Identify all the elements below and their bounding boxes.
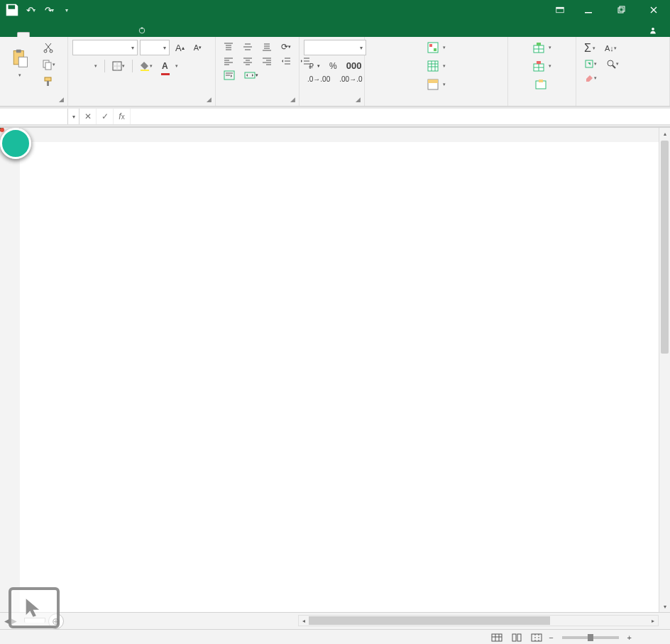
- clipboard-dialog-launcher[interactable]: ◢: [57, 95, 65, 104]
- tab-page-layout[interactable]: [43, 32, 55, 37]
- column-headers[interactable]: [20, 128, 659, 142]
- group-label-styles: [369, 102, 503, 106]
- align-top-icon[interactable]: [220, 40, 237, 54]
- zoom-out-button[interactable]: −: [549, 633, 553, 642]
- close-button[interactable]: [637, 0, 670, 20]
- tab-acrobat[interactable]: [119, 32, 132, 37]
- name-box-dropdown[interactable]: ▾: [68, 109, 79, 124]
- cut-icon[interactable]: [38, 40, 59, 55]
- fill-icon[interactable]: ▾: [581, 57, 600, 71]
- decrease-indent-icon[interactable]: [278, 54, 295, 68]
- svg-rect-15: [45, 77, 51, 81]
- formula-input[interactable]: [131, 109, 670, 124]
- group-label-alignment: [220, 102, 295, 106]
- autosum-icon[interactable]: Σ▾: [581, 40, 599, 57]
- align-right-icon[interactable]: [258, 54, 275, 68]
- cancel-formula-icon[interactable]: ✕: [79, 109, 97, 124]
- view-page-break-icon[interactable]: [529, 632, 544, 643]
- zoom-slider[interactable]: [562, 636, 619, 639]
- minimize-button[interactable]: [572, 0, 605, 20]
- tab-login[interactable]: [155, 32, 168, 37]
- view-page-layout-icon[interactable]: [509, 632, 525, 643]
- orientation-icon[interactable]: ⟳▾: [278, 40, 295, 54]
- number-format-combo[interactable]: ▾: [304, 40, 366, 55]
- group-clipboard: ▾ ▾ ◢: [0, 37, 68, 106]
- decrease-font-icon[interactable]: A▾: [190, 41, 205, 54]
- group-alignment: ⟳▾ ▾ ◢: [216, 37, 300, 106]
- tab-data[interactable]: [68, 32, 81, 37]
- svg-rect-9: [16, 50, 21, 53]
- tell-me[interactable]: [132, 24, 155, 37]
- insert-cells-button[interactable]: ▾: [512, 40, 571, 55]
- svg-rect-36: [492, 634, 502, 641]
- cells-area[interactable]: [20, 142, 659, 612]
- share-button[interactable]: [643, 24, 666, 37]
- bold-button[interactable]: [72, 64, 79, 68]
- decrease-decimal-icon[interactable]: .00→.0: [336, 73, 366, 85]
- increase-decimal-icon[interactable]: .0→.00: [304, 73, 334, 85]
- wrap-text-icon[interactable]: [220, 68, 238, 82]
- font-dialog-launcher[interactable]: ◢: [204, 95, 213, 104]
- svg-rect-24: [434, 48, 436, 51]
- enter-formula-icon[interactable]: ✓: [97, 109, 114, 124]
- horizontal-scrollbar[interactable]: ◂▸: [298, 615, 659, 626]
- vertical-scrollbar[interactable]: ▴▾: [659, 128, 670, 612]
- merge-cells-icon[interactable]: ▾: [241, 68, 262, 82]
- ribbon-display-options-icon[interactable]: [548, 0, 572, 20]
- accounting-format-icon[interactable]: ₽▾: [304, 59, 324, 73]
- group-styles: ▾ ▾ ▾: [365, 37, 508, 106]
- group-label-editing: [581, 102, 665, 106]
- number-dialog-launcher[interactable]: ◢: [353, 95, 362, 104]
- underline-button[interactable]: ▾: [91, 61, 101, 71]
- worksheet-grid[interactable]: ▴▾: [0, 128, 670, 612]
- format-as-table-button[interactable]: ▾: [369, 58, 503, 74]
- qat-customize-icon[interactable]: ▾: [60, 2, 75, 18]
- cell-styles-button[interactable]: ▾: [369, 77, 503, 92]
- tab-insert[interactable]: [30, 32, 43, 37]
- delete-cells-button[interactable]: ▾: [512, 58, 571, 74]
- find-select-icon[interactable]: ▾: [603, 57, 622, 71]
- svg-text:₽: ₽: [309, 62, 314, 70]
- tab-file[interactable]: [4, 32, 17, 37]
- row-headers[interactable]: [0, 142, 20, 612]
- undo-icon[interactable]: ↶▾: [23, 2, 38, 18]
- alignment-dialog-launcher[interactable]: ◢: [288, 95, 297, 104]
- restore-button[interactable]: [605, 0, 637, 20]
- sort-filter-icon[interactable]: A↓▾: [601, 42, 620, 55]
- align-left-icon[interactable]: [220, 54, 237, 68]
- font-color-icon[interactable]: A▾: [158, 58, 182, 73]
- svg-rect-38: [517, 634, 521, 641]
- name-box[interactable]: [0, 109, 68, 124]
- align-bottom-icon[interactable]: [258, 40, 275, 54]
- tab-review[interactable]: [81, 32, 94, 37]
- save-icon[interactable]: [4, 2, 20, 18]
- align-middle-icon[interactable]: [239, 40, 256, 54]
- tab-view[interactable]: [94, 32, 106, 37]
- format-painter-icon[interactable]: [38, 74, 59, 89]
- watermark-logo: [9, 587, 64, 628]
- zoom-in-button[interactable]: +: [627, 633, 632, 642]
- svg-rect-1: [556, 7, 564, 9]
- ribbon: ▾ ▾ ◢ ▾ ▾ A▴ A▾ ▾ ▾ ▾ A▾: [0, 37, 670, 107]
- insert-function-icon[interactable]: fx: [114, 109, 131, 124]
- tab-home[interactable]: [17, 32, 30, 37]
- tab-abbyy[interactable]: [106, 32, 119, 37]
- tab-formulas[interactable]: [55, 32, 68, 37]
- align-center-icon[interactable]: [239, 54, 256, 68]
- fill-color-icon[interactable]: ▾: [136, 59, 156, 73]
- comma-format-icon[interactable]: 000: [343, 58, 366, 73]
- font-name-combo[interactable]: ▾: [72, 40, 138, 55]
- view-normal-icon[interactable]: [489, 632, 505, 643]
- clear-icon[interactable]: ▾: [581, 71, 600, 85]
- borders-icon[interactable]: ▾: [109, 59, 128, 73]
- paste-button[interactable]: ▾: [4, 40, 35, 87]
- redo-icon[interactable]: ↷▾: [41, 2, 57, 18]
- svg-rect-14: [45, 62, 51, 70]
- italic-button[interactable]: [82, 64, 89, 68]
- conditional-formatting-button[interactable]: ▾: [369, 40, 503, 55]
- format-cells-button[interactable]: [512, 77, 571, 92]
- copy-icon[interactable]: ▾: [38, 57, 59, 72]
- increase-font-icon[interactable]: A▴: [172, 40, 188, 55]
- font-size-combo[interactable]: ▾: [140, 40, 170, 55]
- percent-format-icon[interactable]: %: [326, 59, 341, 73]
